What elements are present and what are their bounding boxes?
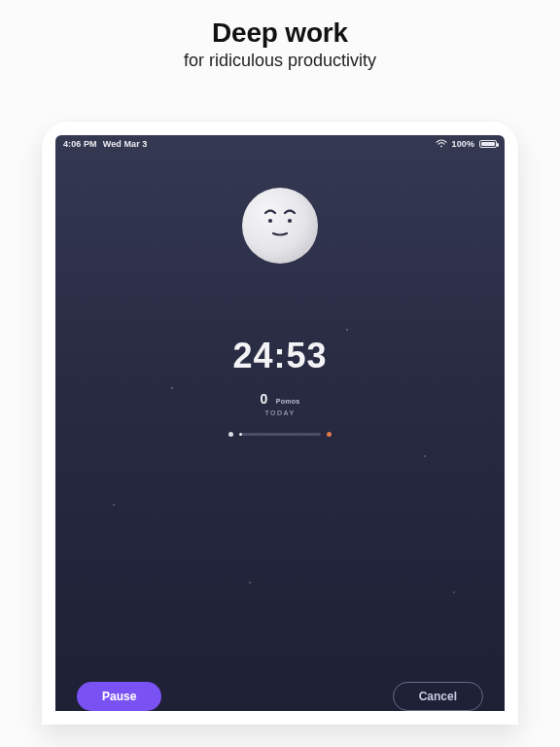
progress-start-dot-icon [228, 432, 233, 437]
marketing-page: Deep work for ridiculous productivity 4:… [0, 0, 560, 747]
pause-button[interactable]: Pause [77, 682, 161, 711]
tablet-frame: 4:06 PM Wed Mar 3 100% [42, 122, 518, 725]
progress-end-dot-icon [327, 432, 332, 437]
pomos-count: 0 [260, 391, 267, 407]
headline-title: Deep work [184, 18, 376, 49]
battery-icon [479, 140, 497, 148]
svg-point-0 [440, 145, 442, 147]
button-row: Pause Cancel [55, 664, 505, 711]
status-time: 4:06 PM [63, 139, 97, 149]
timer-display: 24:53 [55, 336, 505, 376]
svg-point-1 [268, 219, 272, 223]
timer-block: 24:53 0 Pomos TODAY [55, 336, 505, 437]
pomos-today-label: TODAY [264, 409, 295, 416]
headline-block: Deep work for ridiculous productivity [184, 0, 376, 71]
progress-row [55, 432, 505, 437]
moon-face-icon [242, 188, 318, 264]
moon-face-wrap [55, 188, 505, 264]
app-screen: 4:06 PM Wed Mar 3 100% [55, 135, 505, 711]
status-date: Wed Mar 3 [103, 139, 148, 149]
cancel-button[interactable]: Cancel [393, 682, 483, 711]
svg-point-2 [288, 219, 292, 223]
pomos-count-line: 0 Pomos [260, 390, 299, 408]
wifi-icon [436, 139, 447, 150]
status-bar: 4:06 PM Wed Mar 3 100% [55, 135, 505, 153]
progress-fill [239, 433, 242, 436]
headline-subtitle: for ridiculous productivity [184, 51, 376, 71]
pomos-unit: Pomos [276, 398, 300, 405]
status-left: 4:06 PM Wed Mar 3 [63, 139, 147, 149]
status-right: 100% [436, 139, 497, 150]
progress-track [239, 433, 321, 436]
pomos-line: 0 Pomos TODAY [55, 390, 505, 416]
battery-percent: 100% [452, 139, 474, 149]
